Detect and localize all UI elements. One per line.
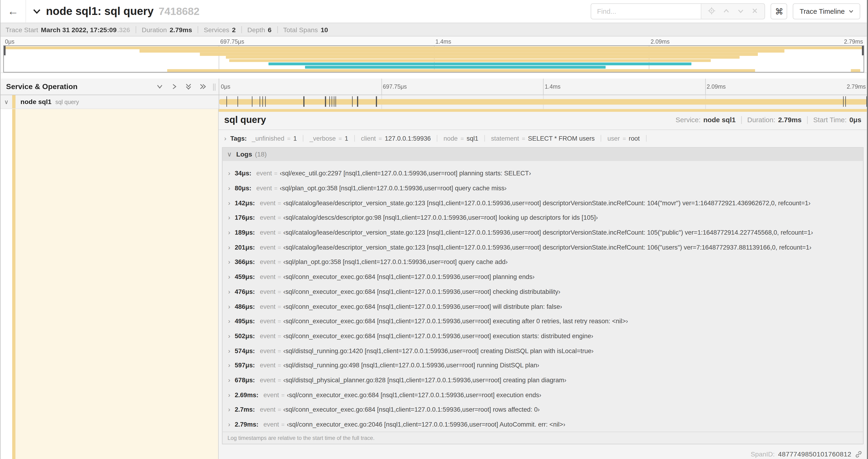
back-button[interactable]: ← (0, 0, 26, 23)
ruler-tick-label: 2.79ms (847, 83, 867, 90)
minimap-right-handle[interactable] (862, 46, 864, 55)
copy-link-icon[interactable] (855, 451, 862, 458)
log-row[interactable]: ›495μs:event=‹sql/conn_executor_exec.go:… (223, 314, 863, 328)
clear-find-icon[interactable] (752, 8, 758, 15)
chevron-right-icon[interactable]: › (228, 421, 230, 428)
trace-timeline-dropdown[interactable]: Trace Timeline (793, 3, 860, 19)
expand-one-icon[interactable] (170, 83, 178, 90)
log-marker-tick[interactable] (325, 96, 326, 107)
log-marker-tick[interactable] (335, 96, 336, 107)
log-marker-tick[interactable] (332, 96, 332, 107)
chevron-right-icon[interactable]: › (228, 214, 230, 222)
chevron-right-icon[interactable]: › (228, 302, 230, 310)
chevron-right-icon[interactable]: › (228, 332, 230, 339)
chevron-right-icon[interactable]: › (228, 347, 230, 355)
tag-item[interactable]: user=root (601, 135, 646, 141)
column-resizer-handle[interactable] (213, 84, 217, 91)
log-marker-tick[interactable] (237, 96, 238, 107)
log-row[interactable]: ›201μs:event=‹sql/catalog/lease/descript… (223, 240, 863, 255)
summary-value: 10 (320, 26, 328, 33)
equals-sign: = (278, 229, 281, 236)
minimap-left-handle[interactable] (4, 46, 6, 55)
chevron-right-icon[interactable]: › (228, 362, 230, 369)
chevron-right-icon[interactable]: › (228, 376, 230, 384)
expand-all-icon[interactable] (199, 83, 207, 90)
log-row[interactable]: ›2.7ms:event=‹sql/conn_executor_exec.go:… (223, 402, 863, 417)
log-marker-tick[interactable] (352, 96, 352, 107)
tag-item[interactable]: node=sql1 (437, 135, 485, 141)
tag-item[interactable]: client=127.0.0.1:59936 (355, 135, 437, 141)
log-row[interactable]: ›189μs:event=‹sql/catalog/lease/descript… (223, 225, 863, 240)
chevron-right-icon[interactable]: › (224, 135, 226, 142)
log-marker-tick[interactable] (226, 96, 227, 107)
minimap-canvas[interactable] (3, 45, 864, 72)
tag-item[interactable]: _verbose=1 (304, 135, 355, 141)
log-marker-tick[interactable] (251, 96, 252, 107)
log-row[interactable]: ›574μs:event=‹sql/distsql_running.go:142… (223, 343, 863, 358)
chevron-down-icon[interactable] (33, 7, 41, 15)
log-row[interactable]: ›678μs:event=‹sql/distsql_physical_plann… (223, 373, 863, 387)
timeline-grid-header: Service & Operation 0μs697.75μs1.4ms2.09… (0, 78, 867, 95)
log-event-key: event (260, 200, 276, 206)
log-marker-tick[interactable] (357, 96, 358, 107)
log-row[interactable]: ›486μs:event=‹sql/conn_executor_exec.go:… (223, 299, 863, 314)
log-marker-tick[interactable] (845, 96, 846, 107)
chevron-right-icon[interactable]: › (228, 199, 230, 207)
find-input[interactable] (591, 4, 701, 19)
collapse-all-icon[interactable] (185, 83, 192, 90)
chevron-right-icon[interactable]: › (228, 243, 230, 251)
log-marker-tick[interactable] (866, 96, 867, 107)
log-event-key: event (260, 406, 276, 413)
log-marker-tick[interactable] (329, 96, 330, 107)
focus-target-icon[interactable] (708, 7, 716, 15)
log-marker-tick[interactable] (304, 96, 304, 107)
chevron-right-icon[interactable]: › (228, 406, 230, 414)
log-row[interactable]: ›366μs:event=‹sql/plan_opt.go:358 [nsql1… (223, 255, 863, 269)
chevron-right-icon[interactable]: › (228, 229, 230, 236)
chevron-down-icon[interactable]: ∨ (0, 98, 12, 105)
tag-value: SELECT * FROM users (528, 135, 595, 141)
span-bar-cell[interactable] (219, 95, 867, 109)
span-row-name-cell[interactable]: ∨ node sql1 sql query (0, 95, 219, 109)
log-row[interactable]: ›142μs:event=‹sql/catalog/lease/descript… (223, 195, 863, 210)
tag-item[interactable]: statement=SELECT * FROM users (485, 135, 601, 141)
log-marker-tick[interactable] (376, 96, 377, 107)
log-row[interactable]: ›80μs:event=‹sql/plan_opt.go:358 [nsql1,… (223, 181, 863, 195)
log-row[interactable]: ›502μs:event=‹sql/conn_executor_exec.go:… (223, 328, 863, 343)
minimap-span-bar (4, 46, 864, 49)
chevron-right-icon[interactable]: › (228, 184, 230, 192)
chevron-right-icon[interactable]: › (228, 317, 230, 325)
span-duration-bar[interactable] (219, 99, 867, 105)
span-detail-header[interactable]: sql query Service: node sql1 Duration: 2… (219, 112, 867, 130)
chevron-right-icon[interactable]: › (228, 391, 230, 399)
log-row[interactable]: ›459μs:event=‹sql/conn_executor_exec.go:… (223, 269, 863, 284)
tag-item[interactable]: _unfinished=1 (252, 135, 304, 141)
log-row[interactable]: ›2.79ms:event=‹sql/conn_executor_exec.go… (223, 417, 863, 432)
log-marker-tick[interactable] (262, 96, 263, 107)
log-row[interactable]: ›2.69ms:event=‹sql/conn_executor_exec.go… (223, 387, 863, 402)
next-result-icon[interactable] (738, 7, 744, 15)
log-marker-tick[interactable] (334, 96, 334, 107)
summary-divider (241, 26, 242, 33)
log-marker-tick[interactable] (259, 96, 260, 107)
log-row[interactable]: ›34μs:event=‹sql/exec_util.go:2297 [nsql… (223, 166, 863, 181)
tags-row[interactable]: › Tags: _unfinished=1_verbose=1client=12… (219, 130, 867, 146)
log-row[interactable]: ›476μs:event=‹sql/conn_executor_exec.go:… (223, 284, 863, 299)
chevron-right-icon[interactable]: › (228, 170, 230, 177)
logs-header[interactable]: ∨ Logs (18) (223, 147, 863, 161)
ruler-tick-label: 697.75μs (381, 83, 407, 90)
log-row[interactable]: ›176μs:event=‹sql/catalog/descs/descript… (223, 210, 863, 225)
minimap-span-bar (269, 63, 691, 66)
log-message: ‹sql/distsql_running.go:498 [nsql1,clien… (283, 362, 539, 368)
keyboard-shortcuts-button[interactable]: ⌘ (771, 3, 787, 19)
span-row[interactable]: ∨ node sql1 sql query (0, 95, 867, 109)
log-row[interactable]: ›597μs:event=‹sql/distsql_running.go:498… (223, 358, 863, 373)
log-marker-tick[interactable] (843, 96, 844, 107)
collapse-one-icon[interactable] (156, 83, 163, 90)
prev-result-icon[interactable] (723, 7, 730, 15)
log-marker-tick[interactable] (265, 96, 266, 107)
log-timestamp: 176μs: (235, 214, 255, 221)
chevron-right-icon[interactable]: › (228, 273, 230, 281)
chevron-right-icon[interactable]: › (228, 288, 230, 295)
chevron-right-icon[interactable]: › (228, 258, 230, 266)
